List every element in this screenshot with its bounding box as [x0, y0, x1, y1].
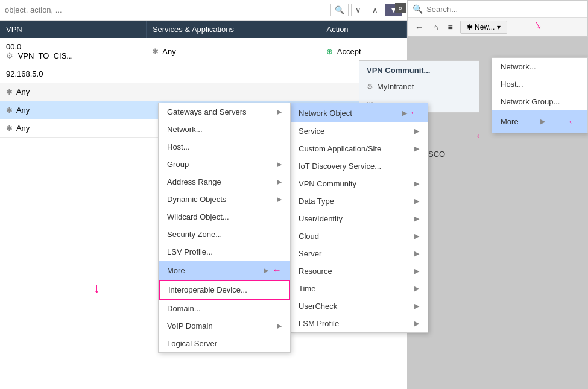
cell-empty3 — [146, 83, 320, 101]
usercheck-arrow: ▶ — [414, 302, 419, 310]
group-item[interactable]: Group ▶ — [159, 156, 290, 173]
custom-app-arrow: ▶ — [414, 145, 419, 153]
server-arrow: ▶ — [414, 250, 419, 258]
gateways-item[interactable]: Gateways and Servers ▶ — [159, 103, 290, 121]
iot-item[interactable]: IoT Discovery Service... — [290, 157, 428, 175]
new-dropdown-menu: Network... Host... Network Group... More… — [492, 57, 588, 133]
network-item[interactable]: Network... — [159, 121, 290, 138]
security-zone-item[interactable]: Security Zone... — [159, 226, 290, 243]
myintranet-gear-icon: ⚙ — [367, 83, 373, 91]
search-button[interactable]: 🔍 — [330, 4, 349, 16]
context-menu-1: Gateways and Servers ▶ Network... Host..… — [158, 103, 291, 353]
cloud-arrow: ▶ — [414, 232, 419, 240]
collapse-button[interactable]: » — [395, 3, 406, 13]
table-row: 00.0 ⚙ VPN_TO_CIS... ✱ Any ⊕ Accept — [0, 38, 407, 65]
more-menu1-pink-arrow: ← — [272, 265, 282, 276]
dynamic-objects-arrow: ▶ — [277, 195, 282, 203]
domain-item[interactable]: Domain... — [159, 300, 290, 317]
resource-item[interactable]: Resource ▶ — [290, 262, 428, 280]
network-object-pink-arrow: ← — [409, 107, 419, 118]
service-item[interactable]: Service ▶ — [290, 122, 428, 140]
back-button[interactable]: ← — [413, 21, 426, 33]
more-item[interactable]: More ▶ ← — [159, 261, 290, 280]
cell-num: 92.168.5.0 — [0, 65, 146, 83]
accept-icon: ⊕ — [326, 47, 333, 56]
object-search-input[interactable] — [5, 5, 327, 14]
search-icon: 🔍 — [413, 4, 423, 14]
cell-any2: ✱ Any — [0, 101, 146, 119]
lsm-profile-arrow: ▶ — [414, 320, 419, 327]
new-more-item[interactable]: More ▶ ← — [492, 110, 587, 133]
search-input-row: 🔍 — [408, 1, 587, 18]
gateways-arrow: ▶ — [277, 108, 282, 116]
col-services: Services & Applications — [146, 21, 320, 38]
more-arrow: ▶ — [264, 267, 268, 274]
vpn-panel-item: ⚙ MyIntranet — [367, 80, 472, 93]
cell-empty — [146, 65, 320, 83]
vpn-community-item[interactable]: VPN Community ▶ — [290, 175, 428, 192]
cell-vpn: 00.0 ⚙ VPN_TO_CIS... — [0, 38, 146, 65]
any-asterisk: ✱ — [152, 47, 159, 56]
col-vpn: VPN — [0, 21, 146, 38]
logical-server-item[interactable]: Logical Server — [159, 335, 290, 352]
new-button[interactable]: ✱ New... ▾ — [460, 21, 508, 34]
voip-domain-item[interactable]: VoIP Domain ▶ — [159, 317, 290, 335]
lsm-profile-item[interactable]: LSM Profile ▶ — [290, 315, 428, 332]
col-action: Action — [320, 21, 407, 38]
more-new-arrow: ← — [475, 130, 485, 142]
more-pink-arrow: ← — [567, 115, 579, 128]
usercheck-item[interactable]: UserCheck ▶ — [290, 297, 428, 315]
new-label: ✱ New... — [467, 23, 495, 31]
cloud-item[interactable]: Cloud ▶ — [290, 227, 428, 245]
cisco-label: SCO — [428, 150, 445, 159]
toolbar-icons: 🔍 ∨ ∧ ▼ — [330, 4, 402, 16]
wildcard-item[interactable]: Wildcard Object... — [159, 208, 290, 226]
new-network-group-item[interactable]: Network Group... — [492, 93, 587, 110]
custom-app-item[interactable]: Custom Application/Site ▶ — [290, 140, 428, 157]
voip-domain-arrow: ▶ — [277, 322, 282, 330]
asterisk-icon: ✱ — [6, 87, 13, 96]
chevron-down-icon: ▾ — [497, 23, 501, 31]
table-row: 92.168.5.0 — [0, 65, 407, 83]
context-menu-2: Network Object ▶ ← Service ▶ Custom Appl… — [289, 103, 428, 333]
interoperable-device-item[interactable]: Interoperable Device... — [159, 280, 290, 300]
group-arrow: ▶ — [277, 160, 282, 168]
vpn-gear-icon: ⚙ — [6, 51, 13, 60]
search-toolbar: ← ⌂ ≡ ✱ New... ▾ — [408, 18, 587, 36]
cell-any1: ✱ Any — [0, 83, 146, 101]
data-type-item[interactable]: Data Type ▶ — [290, 192, 428, 210]
more-arrow-icon: ▶ — [540, 118, 545, 125]
lsv-profile-item[interactable]: LSV Profile... — [159, 243, 290, 261]
user-identity-item[interactable]: User/Identity ▶ — [290, 210, 428, 227]
vpn-community-arrow: ▶ — [414, 180, 419, 188]
new-network-item[interactable]: Network... — [492, 58, 587, 75]
home-button[interactable]: ⌂ — [431, 21, 440, 33]
asterisk-icon3: ✱ — [6, 124, 13, 133]
user-identity-arrow: ▶ — [414, 215, 419, 223]
sort-down-button[interactable]: ∨ — [351, 4, 365, 16]
cell-services: ✱ Any — [146, 38, 320, 65]
search-input[interactable] — [426, 5, 583, 14]
vpn-panel-title: VPN Communit... — [367, 66, 472, 75]
cell-any3: ✱ Any — [0, 119, 146, 138]
network-object-item[interactable]: Network Object ▶ ← — [290, 103, 428, 122]
service-arrow: ▶ — [414, 127, 419, 135]
address-range-item[interactable]: Address Range ▶ — [159, 173, 290, 191]
server-item[interactable]: Server ▶ — [290, 245, 428, 262]
vpn-name: VPN_TO_CIS... — [18, 51, 74, 60]
table-row: ✱ Any — [0, 83, 407, 101]
sort-up-button[interactable]: ∧ — [368, 4, 382, 16]
search-area: 🔍 ← ⌂ ≡ ✱ New... ▾ — [407, 0, 588, 37]
object-search-bar: 🔍 ∨ ∧ ▼ — [0, 0, 407, 21]
asterisk-icon2: ✱ — [6, 106, 13, 115]
host-item[interactable]: Host... — [159, 138, 290, 156]
time-item[interactable]: Time ▶ — [290, 280, 428, 297]
time-arrow: ▶ — [414, 285, 419, 293]
dynamic-objects-item[interactable]: Dynamic Objects ▶ — [159, 191, 290, 208]
network-object-arrow: ▶ — [402, 109, 407, 117]
data-type-arrow: ▶ — [414, 197, 419, 205]
resource-arrow: ▶ — [414, 267, 419, 275]
list-button[interactable]: ≡ — [445, 21, 455, 33]
address-range-arrow: ▶ — [277, 178, 282, 186]
new-host-item[interactable]: Host... — [492, 75, 587, 93]
